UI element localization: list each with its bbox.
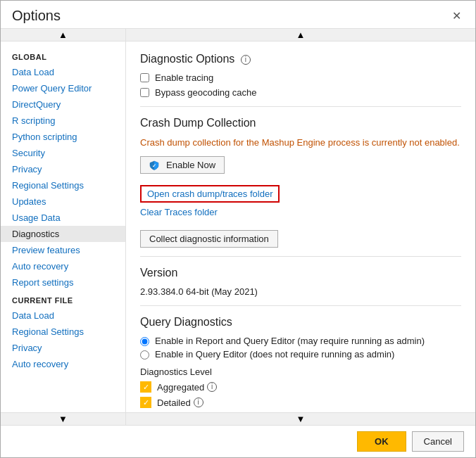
enable-now-label: Enable Now — [166, 160, 215, 170]
sidebar-item-current-auto-recovery[interactable]: Auto recovery — [1, 356, 125, 372]
title-bar: Options ✕ — [1, 1, 475, 28]
query-diag-option2-radio[interactable] — [140, 350, 149, 360]
chevron-up-icon: ▲ — [58, 30, 68, 40]
main-content: ▲ Diagnostic Options i Enable tracing B — [126, 29, 475, 425]
footer: OK Cancel — [1, 425, 475, 457]
aggregated-label: Aggregated — [157, 382, 204, 393]
sidebar-item-diagnostics[interactable]: Diagnostics — [1, 226, 125, 242]
version-value: 2.93.384.0 64-bit (May 2021) — [140, 286, 461, 297]
query-diag-option2-label: Enable in Query Editor (does not require… — [155, 349, 394, 360]
query-diag-option1-label: Enable in Report and Query Editor (may r… — [155, 336, 425, 346]
sidebar-item-updates[interactable]: Updates — [1, 193, 125, 210]
enable-tracing-row: Enable tracing — [140, 72, 461, 83]
sidebar-item-auto-recovery-global[interactable]: Auto recovery — [1, 258, 125, 274]
sidebar-item-current-regional-settings[interactable]: Regional Settings — [1, 324, 125, 340]
aggregated-info-icon[interactable]: i — [207, 382, 217, 392]
diagnostic-options-info-icon[interactable]: i — [241, 55, 251, 65]
content-area: ▲ GLOBAL Data Load Power Query Editor Di… — [1, 28, 475, 425]
sidebar-item-privacy[interactable]: Privacy — [1, 161, 125, 177]
chevron-up-icon-main: ▲ — [296, 30, 306, 40]
clear-traces-link[interactable]: Clear Traces folder — [140, 207, 461, 217]
bypass-geocoding-label: Bypass geocoding cache — [155, 87, 257, 98]
diagnostic-options-title: Diagnostic Options i — [140, 53, 461, 65]
aggregated-row: ✓ Aggregated i — [140, 381, 461, 393]
options-dialog: Options ✕ ▲ GLOBAL Data Load Power Query… — [0, 0, 476, 458]
query-diag-option1-radio[interactable] — [140, 337, 149, 346]
sidebar-item-direct-query[interactable]: DirectQuery — [1, 96, 125, 113]
crash-dump-section: Crash Dump Collection Crash dump collect… — [140, 117, 461, 248]
open-crash-dump-folder-link[interactable]: Open crash dump/traces folder — [140, 185, 280, 203]
bypass-geocoding-row: Bypass geocoding cache — [140, 87, 461, 98]
current-section-header: CURRENT FILE — [1, 291, 125, 307]
main-scroll-down[interactable]: ▼ — [126, 412, 475, 425]
chevron-down-icon-main: ▼ — [296, 414, 306, 424]
diagnostics-level-title: Diagnostics Level — [140, 367, 461, 377]
sidebar-scroll-down[interactable]: ▼ — [1, 412, 125, 425]
sidebar-item-current-data-load[interactable]: Data Load — [1, 307, 125, 324]
collect-diagnostic-button[interactable]: Collect diagnostic information — [140, 230, 278, 248]
detailed-label: Detailed — [157, 397, 191, 408]
dialog-title: Options — [12, 8, 61, 24]
cancel-button[interactable]: Cancel — [412, 431, 464, 452]
version-section: Version 2.93.384.0 64-bit (May 2021) — [140, 267, 461, 297]
sidebar-item-usage-data[interactable]: Usage Data — [1, 210, 125, 226]
global-section-header: GLOBAL — [1, 47, 125, 64]
sidebar-scroll-area: GLOBAL Data Load Power Query Editor Dire… — [1, 42, 125, 412]
sidebar-item-power-query-editor[interactable]: Power Query Editor — [1, 80, 125, 96]
svg-text:✓: ✓ — [152, 163, 156, 168]
detailed-row: ✓ Detailed i — [140, 397, 461, 408]
query-diagnostics-section: Query Diagnostics Enable in Report and Q… — [140, 316, 461, 408]
sidebar-item-regional-settings[interactable]: Regional Settings — [1, 177, 125, 193]
query-diag-option1-row: Enable in Report and Query Editor (may r… — [140, 336, 461, 346]
sidebar-item-data-load[interactable]: Data Load — [1, 64, 125, 80]
collect-diagnostic-label: Collect diagnostic information — [149, 234, 269, 244]
sidebar-item-r-scripting[interactable]: R scripting — [1, 113, 125, 129]
main-scroll-area: Diagnostic Options i Enable tracing Bypa… — [126, 42, 475, 412]
aggregated-check-icon: ✓ — [140, 381, 151, 393]
query-diagnostics-title: Query Diagnostics — [140, 316, 461, 329]
close-button[interactable]: ✕ — [449, 9, 464, 23]
sidebar-item-current-privacy[interactable]: Privacy — [1, 340, 125, 356]
detailed-info-icon[interactable]: i — [194, 397, 203, 407]
diagnostics-level-section: Diagnostics Level ✓ Aggregated i ✓ Detai… — [140, 367, 461, 408]
crash-dump-description: Crash dump collection for the Mashup Eng… — [140, 136, 461, 149]
sidebar-item-python-scripting[interactable]: Python scripting — [1, 129, 125, 145]
sidebar-item-report-settings[interactable]: Report settings — [1, 274, 125, 291]
ok-button[interactable]: OK — [357, 431, 406, 452]
shield-icon: ✓ — [149, 160, 159, 170]
query-diag-option2-row: Enable in Query Editor (does not require… — [140, 349, 461, 360]
diagnostic-options-section: Diagnostic Options i Enable tracing Bypa… — [140, 53, 461, 98]
enable-now-button[interactable]: ✓ Enable Now — [140, 156, 225, 174]
crash-dump-title: Crash Dump Collection — [140, 117, 461, 129]
sidebar-item-security[interactable]: Security — [1, 145, 125, 161]
sidebar-scroll-up[interactable]: ▲ — [1, 29, 125, 42]
sidebar-item-preview-features[interactable]: Preview features — [1, 242, 125, 258]
enable-tracing-label: Enable tracing — [155, 72, 213, 83]
chevron-down-icon: ▼ — [58, 414, 68, 424]
sidebar: ▲ GLOBAL Data Load Power Query Editor Di… — [1, 29, 126, 425]
bypass-geocoding-checkbox[interactable] — [140, 88, 149, 97]
version-title: Version — [140, 267, 461, 279]
main-scroll-up[interactable]: ▲ — [126, 29, 475, 42]
enable-tracing-checkbox[interactable] — [140, 73, 149, 82]
detailed-check-icon: ✓ — [140, 397, 151, 408]
